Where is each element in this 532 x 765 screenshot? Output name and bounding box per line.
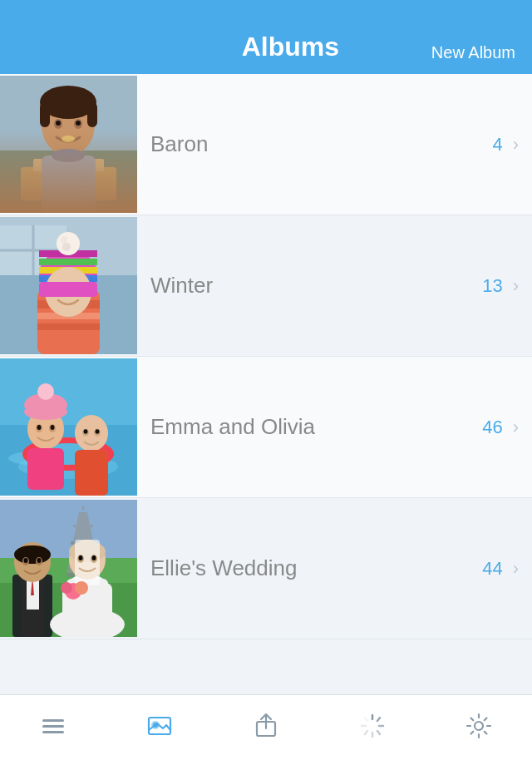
album-count-winter: 13 [482, 275, 502, 297]
album-count-emma-olivia: 46 [482, 417, 502, 438]
chevron-icon-winter: › [513, 275, 519, 297]
album-name-emma-olivia: Emma and Olivia [150, 414, 482, 440]
svg-point-90 [92, 555, 96, 560]
album-item-winter[interactable]: Winter 13 › [0, 215, 532, 357]
svg-rect-86 [75, 540, 100, 585]
svg-point-93 [61, 582, 72, 594]
svg-line-103 [377, 718, 380, 721]
svg-point-78 [24, 558, 28, 563]
settings-icon [465, 712, 493, 740]
svg-point-89 [79, 555, 83, 560]
chevron-icon-ellies-wedding: › [513, 558, 519, 580]
svg-rect-7 [87, 102, 97, 127]
album-name-ellies-wedding: Ellie's Wedding [150, 555, 482, 581]
album-item-baron[interactable]: Baron 4 › [0, 74, 532, 215]
svg-point-79 [37, 558, 42, 563]
album-info-emma-olivia: Emma and Olivia 46 › [137, 414, 532, 440]
svg-rect-67 [73, 525, 93, 527]
page-title: Albums [150, 32, 431, 62]
svg-point-55 [75, 415, 108, 452]
menu-icon [39, 712, 67, 740]
share-icon [252, 712, 280, 740]
album-item-ellies-wedding[interactable]: Ellie's Wedding 44 › [0, 498, 532, 639]
svg-rect-27 [39, 259, 97, 265]
svg-rect-75 [14, 545, 51, 564]
album-thumbnail-emma-olivia [0, 358, 137, 496]
album-thumbnail-baron [0, 76, 137, 213]
svg-rect-95 [42, 725, 64, 728]
svg-line-105 [377, 731, 380, 734]
album-count-ellies-wedding: 44 [482, 558, 502, 580]
svg-point-10 [56, 121, 61, 126]
new-album-button[interactable]: New Album [431, 43, 515, 62]
svg-point-59 [96, 429, 100, 434]
album-info-winter: Winter 13 › [137, 273, 532, 299]
album-info-ellies-wedding: Ellie's Wedding 44 › [137, 555, 532, 581]
svg-point-58 [84, 429, 88, 434]
svg-rect-23 [37, 323, 100, 330]
svg-line-107 [365, 731, 367, 734]
svg-line-109 [365, 718, 367, 721]
svg-rect-6 [40, 102, 50, 127]
svg-point-52 [37, 425, 42, 430]
svg-point-92 [75, 581, 88, 595]
albums-icon [145, 712, 174, 740]
svg-rect-94 [42, 719, 64, 722]
album-name-baron: Baron [150, 131, 492, 157]
svg-rect-1 [0, 151, 137, 213]
svg-point-110 [475, 722, 483, 730]
svg-point-49 [37, 383, 54, 400]
album-item-emma-olivia[interactable]: Emma and Olivia 46 › [0, 357, 532, 498]
svg-rect-3 [33, 159, 104, 171]
tab-menu[interactable] [28, 701, 78, 751]
tab-albums[interactable] [135, 701, 185, 751]
album-thumbnail-ellies-wedding [0, 500, 137, 637]
header: Albums New Album [0, 0, 532, 74]
tab-activity[interactable] [347, 701, 397, 751]
tab-settings[interactable] [454, 701, 504, 751]
svg-rect-96 [42, 731, 64, 733]
svg-point-12 [62, 136, 75, 142]
chevron-icon-emma-olivia: › [513, 417, 519, 438]
album-thumbnail-winter [0, 217, 137, 354]
album-name-winter: Winter [150, 273, 482, 299]
album-list: Baron 4 › [0, 74, 532, 639]
album-info-baron: Baron 4 › [137, 131, 532, 157]
svg-rect-60 [75, 450, 108, 496]
album-count-baron: 4 [492, 134, 502, 155]
svg-rect-2 [21, 167, 116, 200]
tab-share[interactable] [241, 701, 291, 751]
main-content: Baron 4 › [0, 74, 532, 765]
tab-bar [0, 694, 532, 765]
activity-icon [358, 712, 387, 740]
svg-rect-39 [39, 282, 97, 297]
svg-rect-54 [27, 448, 64, 490]
chevron-icon-baron: › [513, 134, 519, 155]
svg-point-33 [62, 243, 71, 251]
svg-rect-13 [42, 155, 96, 213]
svg-point-53 [51, 425, 55, 430]
svg-point-11 [76, 121, 81, 126]
svg-point-14 [52, 149, 85, 162]
